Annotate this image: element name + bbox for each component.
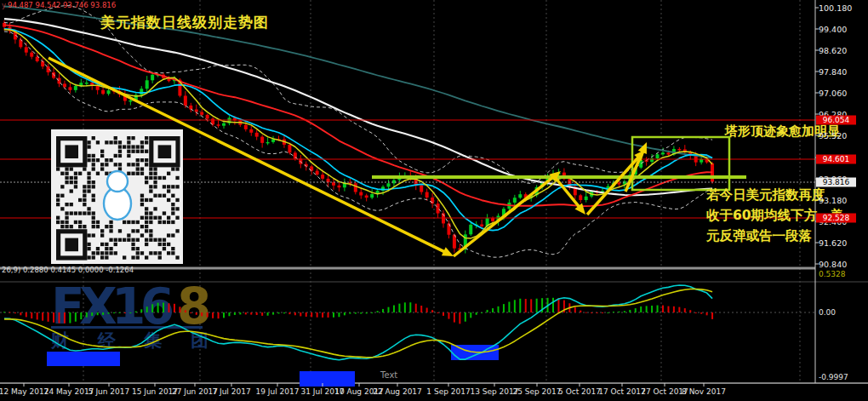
date-axis-label: 1 Sep 2017 <box>426 387 470 396</box>
price-axis-label: 99.400 <box>819 25 847 34</box>
date-axis-label: 27 Jun 2017 <box>172 387 218 396</box>
chart-window: FX168财 经 集 团 y94.487 94.542 93.746 93.81… <box>0 0 868 401</box>
date-axis-label: 19 Jul 2017 <box>256 387 300 396</box>
fx168-watermark: FX168财 经 集 团 <box>50 278 211 351</box>
price-axis-label: 90.840 <box>819 260 847 269</box>
date-axis-label: 17 Oct 2017 <box>598 387 646 396</box>
level-price-label: 96.054 <box>816 116 856 125</box>
trend-arrow-shaft <box>587 153 642 215</box>
price-axis-label: 91.620 <box>819 238 847 248</box>
indicator-axis-label: 0.5328 <box>819 270 846 278</box>
price-axis-label: 97.060 <box>819 89 847 98</box>
date-axis-label: 12 May 2017 <box>0 387 49 396</box>
qq-qr-code <box>51 129 183 264</box>
macd-values-readout: 26,9) 0.2880 0.4145 0.0000 -0.1264 <box>2 266 134 274</box>
indicator-axis-label: 0.00 <box>819 308 836 317</box>
date-axis-label: 5 Jun 2017 <box>89 387 129 396</box>
level-price-label: 92.528 <box>816 214 856 223</box>
date-axis-label: 13 Sep 2017 <box>470 387 518 396</box>
price-axis-label: 95.520 <box>819 131 847 140</box>
date-axis-label: 7 Jul 2017 <box>212 387 250 396</box>
trend-arrow-shaft <box>454 175 557 256</box>
ohlc-values: 94.487 94.542 93.746 93.816 <box>8 1 116 9</box>
text-object-label: Text <box>380 370 397 380</box>
indicator-axis-label: -0.9997 <box>819 373 848 381</box>
date-axis-label: 25 Sep 2017 <box>512 387 561 396</box>
date-axis-label: 8 Nov 2017 <box>682 387 726 396</box>
highlight-rect-blue <box>47 352 120 366</box>
qq-penguin-logo <box>104 171 131 220</box>
last-price-label: 93.816 <box>816 178 856 187</box>
price-axis-label: 98.620 <box>819 46 847 55</box>
price-axis-label: 100.180 <box>819 3 852 13</box>
price-axis-label: 97.840 <box>819 67 847 77</box>
highlight-rect-blue <box>300 371 355 387</box>
date-axis-label: 24 May 2017 <box>44 387 94 396</box>
level-price-label: 94.601 <box>816 155 856 164</box>
price-axis-label: 93.180 <box>819 196 847 205</box>
symbol-prefix: y <box>2 1 6 9</box>
chart-title-annotation: 美元指数日线级别走势图 <box>100 13 269 32</box>
ohlc-readout: y94.487 94.542 93.746 93.816 <box>2 1 116 9</box>
date-axis-label: 5 Oct 2017 <box>558 387 601 396</box>
date-axis-label: 22 Aug 2017 <box>373 387 422 396</box>
